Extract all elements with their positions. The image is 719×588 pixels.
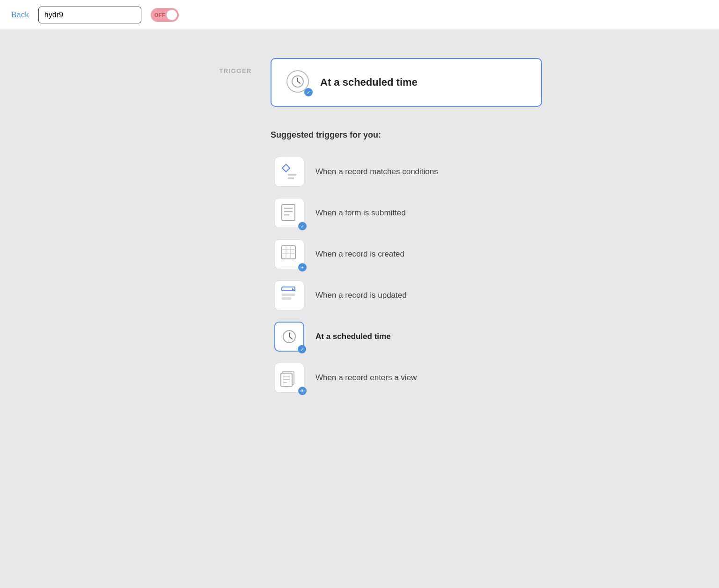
svg-rect-6 — [282, 205, 295, 220]
trigger-item-label-view: When a record enters a view — [315, 373, 417, 382]
trigger-item-label-updated: When a record is updated — [315, 291, 407, 300]
svg-rect-4 — [288, 174, 296, 176]
trigger-item-scheduled-time[interactable]: ✓ At a scheduled time — [271, 316, 598, 357]
trigger-item-label-created: When a record is created — [315, 250, 404, 259]
svg-marker-16 — [292, 288, 294, 290]
svg-rect-5 — [288, 177, 294, 179]
selected-trigger-text: At a scheduled time — [320, 76, 418, 88]
svg-rect-17 — [282, 294, 295, 296]
trigger-item-record-created[interactable]: + When a record is created — [271, 234, 598, 275]
svg-line-2 — [298, 81, 300, 83]
suggested-section: Suggested triggers for you: When a recor… — [271, 130, 598, 398]
svg-line-21 — [289, 337, 292, 339]
main-content: TRIGGER ✓ At a scheduled time Sugge — [0, 30, 719, 426]
svg-marker-3 — [282, 164, 290, 172]
trigger-list: When a record matches conditions ✓ — [271, 151, 598, 398]
trigger-item-label-form: When a form is submitted — [315, 208, 406, 218]
trigger-item-record-updated[interactable]: When a record is updated — [271, 275, 598, 316]
created-badge: + — [298, 263, 307, 272]
suggested-heading: Suggested triggers for you: — [271, 130, 598, 140]
toggle-container: OFF — [151, 8, 179, 22]
trigger-item-form-submitted[interactable]: ✓ When a form is submitted — [271, 192, 598, 234]
selected-trigger-card[interactable]: ✓ At a scheduled time — [271, 58, 542, 107]
form-icon: ✓ — [274, 198, 304, 228]
clock-list-badge: ✓ — [298, 345, 306, 353]
svg-rect-10 — [281, 246, 295, 259]
content-area: TRIGGER ✓ At a scheduled time Sugge — [214, 58, 598, 398]
trigger-label: TRIGGER — [214, 58, 252, 74]
active-toggle[interactable]: OFF — [151, 8, 179, 22]
automation-name-input[interactable] — [38, 7, 141, 23]
trigger-item-label-conditions: When a record matches conditions — [315, 167, 438, 176]
view-icon: 👁 — [274, 363, 304, 393]
header: Back OFF — [0, 0, 719, 30]
view-badge: 👁 — [298, 387, 307, 395]
clock-list-icon: ✓ — [274, 322, 304, 352]
trigger-item-matches-conditions[interactable]: When a record matches conditions — [271, 151, 598, 192]
created-icon: + — [274, 239, 304, 269]
updated-icon — [274, 280, 304, 310]
form-badge: ✓ — [298, 222, 307, 230]
back-button[interactable]: Back — [11, 10, 29, 20]
conditions-icon — [274, 157, 304, 187]
clock-badge: ✓ — [304, 88, 313, 96]
trigger-item-enters-view[interactable]: 👁 When a record enters a view — [271, 357, 598, 398]
svg-rect-18 — [282, 297, 291, 300]
toggle-knob — [167, 10, 177, 20]
trigger-item-label-scheduled: At a scheduled time — [315, 332, 391, 341]
trigger-row: TRIGGER ✓ At a scheduled time — [214, 58, 598, 107]
toggle-label: OFF — [154, 12, 166, 18]
selected-trigger-icon: ✓ — [286, 70, 311, 95]
